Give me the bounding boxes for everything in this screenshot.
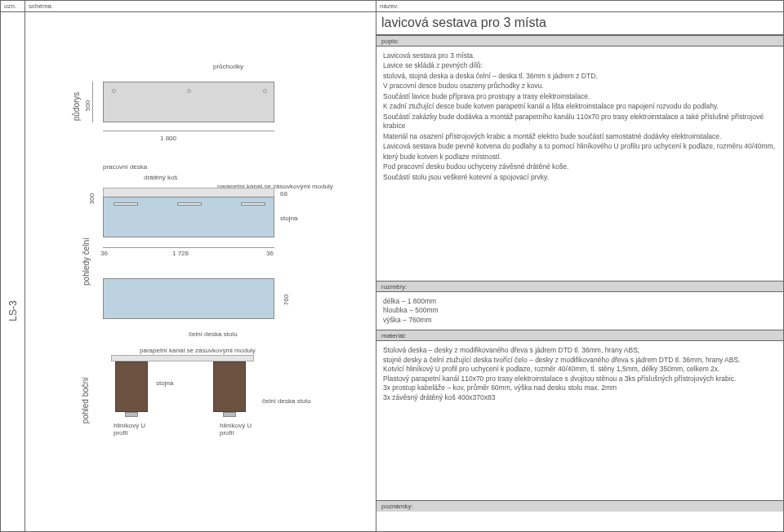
label-pracovni-deska: pracovní deska [103, 163, 147, 171]
rozmery-line: délka – 1 800mm [383, 297, 777, 306]
poznamky-label: poznámky: [376, 500, 783, 512]
spacer [376, 407, 783, 500]
popis-line: který bude kotven k podlaze místností. [383, 153, 777, 162]
material-body: Stolová deska – desky z modifikovaného d… [376, 341, 783, 407]
label-celni-deska-2: čelní deska stolu [262, 397, 311, 405]
side-leg [213, 361, 246, 412]
drawing-code: LS-3 [7, 300, 19, 321]
label-hlinik-u-1: hliníkový U profil [114, 422, 145, 437]
vlabel-celni: pohledy čelní [82, 237, 91, 286]
u-profile-icon [223, 412, 236, 417]
popis-line: Pod pracovní desku budou uchyceny závěsn… [383, 162, 777, 171]
dim-36b: 36 [266, 250, 274, 257]
popis-line: Lavicová sestava pro 3 místa. [383, 51, 777, 60]
popis-line: V pracovní desce budou osazeny průchodky… [383, 82, 777, 91]
page-root: ozn. LS-3 schéma půdorys průchodky 500 1… [0, 0, 784, 532]
popis-line: K zadní ztužující desce bude kotven para… [383, 102, 777, 111]
popis-label: popis: [376, 35, 783, 47]
nazev-value: lavicová sestava pro 3 místa [376, 12, 783, 35]
plan-rectangle [103, 82, 274, 122]
side-top-board [111, 355, 254, 361]
spacer [376, 188, 783, 281]
label-celni-deska: čelní deska stolu [189, 330, 238, 338]
grommet-icon [263, 89, 267, 93]
label-hlinik-u-2: hliníkový U profil [220, 422, 252, 437]
rozmery-label: rozměry: [376, 281, 783, 292]
side-leg [115, 361, 148, 412]
popis-line: Lavicová sestava bude pevně kotvena do p… [383, 142, 777, 151]
grommet-icon [187, 89, 191, 93]
material-label: materiál: [376, 330, 783, 341]
label-parapetni-kanal-2: parapetní kanál se zásuvkovými moduly [140, 347, 256, 354]
rozmery-line: hloubka – 500mm [383, 306, 777, 315]
dim-68: 68 [280, 190, 287, 197]
label-stojna-2: stojna [156, 379, 173, 387]
front-top-board [103, 188, 274, 197]
left-code-column: ozn. LS-3 [1, 1, 25, 531]
rozmery-body: délka – 1 800mm hloubka – 500mm výška – … [376, 292, 783, 330]
poznamky-body [376, 512, 783, 531]
front-view-1 [103, 197, 274, 237]
dim-line [92, 82, 93, 122]
nazev-label: název: [376, 1, 783, 12]
popis-line: Součástí lavice bude příprava pro prostu… [383, 92, 777, 101]
popis-line: stolová, stojná deska a deska čelní – de… [383, 72, 777, 81]
dim-36a: 36 [100, 250, 108, 257]
rozmery-line: výška – 760mm [383, 316, 777, 325]
dim-line [103, 131, 274, 131]
basket-icon [114, 202, 138, 206]
material-line: 3x závěsný drátěný koš 400x370x83 [383, 393, 777, 402]
vlabel-pudorys: půdorys [72, 92, 81, 122]
basket-icon [177, 202, 202, 206]
info-column: název: lavicová sestava pro 3 místa popi… [376, 1, 783, 531]
drawing-area: půdorys průchodky 500 1 800 pohledy čeln… [25, 12, 376, 531]
dim-1800: 1 800 [160, 135, 176, 142]
schema-header: schéma [25, 1, 376, 12]
dim-line [103, 247, 274, 248]
dim-500: 500 [84, 100, 91, 111]
grommet-icon [112, 89, 116, 93]
dim-760: 760 [283, 295, 290, 305]
popis-line: Materiál na osazení přístrojových krabic… [383, 132, 777, 141]
u-profile-icon [125, 412, 138, 417]
popis-line: Součástí zakázky bude dodávka a montáž p… [383, 113, 777, 131]
dim-1728: 1 728 [172, 250, 189, 257]
material-line: stojné desky a čelní ztužující deska tvo… [383, 356, 777, 365]
front-view-2 [103, 278, 274, 319]
popis-line: Lavice se skládá z pevných dílů: [383, 61, 777, 70]
label-pruchodky: průchodky [213, 63, 243, 70]
popis-line: Součástí stolu jsou veškeré kotevní a sp… [383, 173, 777, 182]
basket-icon [241, 202, 265, 206]
material-line: Plastový parapetní kanál 110x70 pro tras… [383, 375, 777, 383]
dim-300: 300 [88, 193, 96, 204]
material-line: Stolová deska – desky z modifikovaného d… [383, 346, 777, 355]
label-drateny-kos: drátěný koš [144, 174, 177, 181]
popis-body: Lavicová sestava pro 3 místa. Lavice se … [376, 47, 783, 188]
material-line: Kotvící hliníkový U profil pro uchycení … [383, 365, 777, 374]
schema-column: schéma půdorys průchodky 500 1 800 pohle… [25, 1, 376, 531]
label-stojna: stojna [280, 215, 297, 222]
ozn-header: ozn. [1, 1, 24, 12]
vlabel-bocni: pohled boční [81, 377, 90, 423]
material-line: 3x prostup kabeláže – kov, průměr 60mm, … [383, 383, 777, 392]
